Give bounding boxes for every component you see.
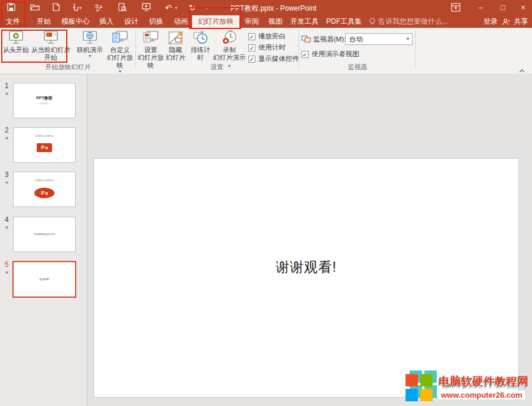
lightbulb-icon	[369, 18, 376, 25]
slide-number: 1	[5, 82, 9, 90]
share-button[interactable]: 共享	[502, 15, 528, 28]
from-beginning-button[interactable]: 从头开始	[2, 30, 30, 54]
slideshow-icon[interactable]	[141, 2, 151, 13]
present-online-caret-icon: ▾	[89, 54, 91, 59]
windows-style-logo-icon	[404, 372, 435, 402]
tab-transitions[interactable]: 切换	[145, 15, 167, 28]
group-label-monitors: 监视器	[301, 63, 414, 72]
titlebar: ▾ 字A ↶ ▾ ↻ ▾ PPT教程.pptx - PowerPoint – □…	[0, 0, 532, 15]
from-beginning-icon	[8, 30, 24, 46]
present-online-button[interactable]: 联机演示 ▾	[74, 30, 105, 59]
play-narrations-checkbox[interactable]: ✓ 播放旁白	[248, 32, 286, 41]
svg-text:字A: 字A	[95, 4, 103, 9]
print-preview-icon[interactable]	[117, 2, 128, 13]
ribbon-tabbar: 文件 开始 模板中心 插入 设计 切换 动画 幻灯片放映 审阅 视图 开发工具 …	[0, 15, 532, 28]
touch-mode-caret-icon[interactable]: ▾	[79, 5, 82, 11]
tab-template-center[interactable]: 模板中心	[58, 15, 93, 28]
redo-icon[interactable]: ↻	[187, 2, 197, 13]
tab-insert[interactable]: 插入	[96, 15, 117, 28]
slide-number: 4	[5, 215, 9, 224]
tab-view[interactable]: 视图	[265, 15, 286, 28]
new-document-icon[interactable]	[51, 2, 61, 13]
use-presenter-view-checkbox[interactable]: ✓ 使用演示者视图	[301, 50, 359, 59]
monitor-icon	[301, 36, 311, 43]
checkbox-checked-icon: ✓	[301, 51, 309, 58]
animation-star-icon: ★	[5, 136, 9, 141]
watermark-url: www.computer26.com	[439, 391, 525, 401]
share-person-icon	[502, 18, 510, 25]
customize-qat-caret-icon[interactable]: ▾	[206, 5, 208, 11]
slide-thumbnail-1[interactable]: PPT教程 —— 基础教程 ——	[13, 83, 76, 118]
minimize-button[interactable]: –	[471, 0, 491, 15]
checkbox-checked-icon: ✓	[248, 56, 255, 63]
monitor-select[interactable]: 自动 ▾	[345, 33, 413, 45]
save-icon[interactable]	[6, 2, 17, 13]
group-label-start-slideshow: 开始放映幻灯片	[12, 63, 124, 72]
spelling-icon[interactable]: 字A	[93, 2, 104, 13]
use-timings-checkbox[interactable]: ✓ 使用计时	[248, 43, 286, 52]
powerpoint-logo-rect: P	[37, 143, 52, 152]
ribbon-slide-show: 从头开始 从当前幻灯片 开始 联机演示 ▾ 自定义 幻灯片放映 ▾	[0, 28, 532, 75]
record-slide-show-icon	[222, 30, 237, 46]
checkbox-checked-icon: ✓	[248, 44, 255, 51]
tab-pdf-tools[interactable]: PDF工具集	[324, 15, 364, 28]
combobox-caret-icon: ▾	[407, 34, 409, 44]
watermark-site-name: 电脑软硬件教程网	[439, 374, 528, 389]
powerpoint-window: ▾ 字A ↶ ▾ ↻ ▾ PPT教程.pptx - PowerPoint – □…	[0, 0, 532, 406]
tab-file[interactable]: 文件	[0, 15, 26, 28]
share-label: 共享	[514, 17, 528, 25]
tab-developer[interactable]: 开发工具	[287, 15, 322, 28]
from-current-slide-icon	[43, 30, 59, 46]
custom-slide-show-icon	[112, 30, 128, 46]
close-button[interactable]: ×	[513, 0, 532, 15]
group-label-setup: 设置	[137, 63, 297, 72]
maximize-button[interactable]: □	[493, 0, 513, 15]
tab-animations[interactable]: 动画	[170, 15, 192, 28]
tab-review[interactable]: 审阅	[241, 15, 262, 28]
set-up-slide-show-icon	[142, 30, 159, 46]
from-current-slide-button[interactable]: 从当前幻灯片 开始	[30, 30, 72, 62]
animation-star-icon: ★	[5, 180, 9, 185]
present-online-icon	[82, 30, 98, 46]
animation-star-icon: ★	[5, 270, 9, 275]
tab-home[interactable]: 开始	[33, 15, 54, 28]
slide-number-selected: 5	[5, 260, 9, 269]
group-divider	[415, 31, 416, 69]
tab-slide-show[interactable]: 幻灯片放映	[192, 15, 239, 28]
rehearse-timings-icon	[193, 30, 208, 46]
tab-design[interactable]: 设计	[121, 15, 142, 28]
slide-thumbnail-3[interactable]: 这里是中间页面内容! P	[13, 172, 76, 207]
slide-thumbnail-4[interactable]: 这里是带动画的文本!	[13, 217, 76, 252]
checkbox-checked-icon: ✓	[248, 33, 255, 40]
slide-thumbnail-2[interactable]: 这里是中间页面内容! P	[13, 127, 76, 163]
window-title: PPT教程.pptx - PowerPoint	[231, 4, 316, 14]
slide-text[interactable]: 谢谢观看!	[94, 258, 518, 276]
slide-thumbnail-panel: 1 ★ PPT教程 —— 基础教程 —— 2 ★ 这里是中间页面内容! P 3 …	[0, 75, 87, 406]
site-watermark: 电脑软硬件教程网 www.computer26.com	[404, 372, 528, 402]
undo-icon[interactable]: ↶	[163, 2, 174, 13]
editing-canvas: 谢谢观看!	[87, 75, 532, 406]
slide-number: 2	[5, 126, 9, 134]
hide-slide-icon	[168, 30, 183, 46]
hide-slide-button[interactable]: 隐藏 幻灯片	[164, 30, 187, 62]
rehearse-timings-button[interactable]: 排练计时	[188, 30, 213, 62]
monitor-label: 监视器(M):	[301, 35, 346, 44]
animation-star-icon: ★	[5, 91, 9, 96]
animation-star-icon: ★	[5, 225, 9, 230]
show-media-controls-checkbox[interactable]: ✓ 显示媒体控件	[248, 54, 299, 63]
tell-me-text: 告诉我您想要做什么...	[378, 17, 448, 25]
group-divider	[135, 31, 136, 69]
ribbon-display-options-icon[interactable]	[451, 3, 462, 12]
powerpoint-logo-ellipse: P	[34, 188, 54, 198]
slide-thumbnail-5-selected[interactable]: 谢谢观看!	[12, 261, 76, 298]
open-icon[interactable]	[30, 2, 40, 13]
current-slide[interactable]: 谢谢观看!	[93, 158, 519, 398]
undo-caret-icon[interactable]: ▾	[175, 5, 177, 11]
collapse-ribbon-icon[interactable]	[519, 65, 525, 75]
slide-number: 3	[5, 170, 9, 179]
tell-me-box[interactable]: 告诉我您想要做什么...	[369, 15, 448, 28]
sign-in-button[interactable]: 登录	[480, 15, 501, 28]
group-divider	[299, 31, 299, 69]
